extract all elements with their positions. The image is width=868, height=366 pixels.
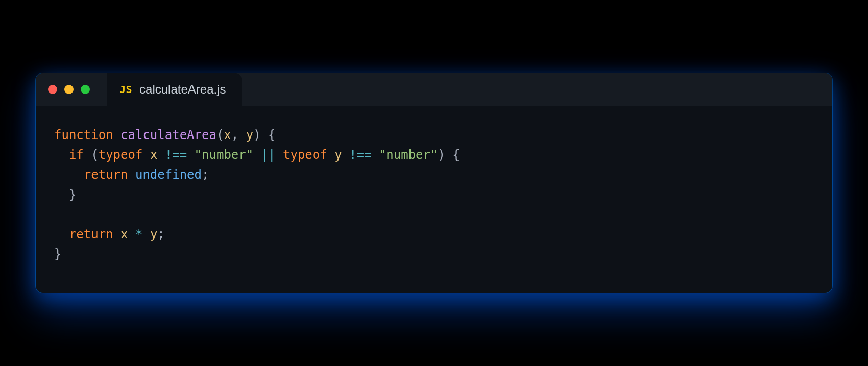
code-token: y — [246, 128, 253, 142]
code-token: function — [54, 128, 113, 142]
code-token: return — [69, 227, 113, 241]
code-token: * — [135, 227, 142, 241]
code-token: y — [150, 227, 157, 241]
code-token — [128, 168, 135, 182]
close-icon[interactable] — [48, 85, 57, 94]
code-token: if — [69, 148, 84, 162]
code-token — [128, 227, 135, 241]
code-token: } — [54, 247, 61, 261]
code-token — [54, 168, 84, 182]
code-token — [54, 148, 69, 162]
code-token: , — [231, 128, 246, 142]
tab-filename: calculateArea.js — [139, 82, 226, 97]
code-token: ; — [202, 168, 209, 182]
code-token: ( — [84, 148, 99, 162]
code-token: return — [84, 168, 128, 182]
code-token — [54, 188, 69, 202]
code-token — [327, 148, 334, 162]
code-token: ; — [157, 227, 164, 241]
code-token — [54, 227, 69, 241]
code-token: ) { — [253, 128, 275, 142]
code-token: !== — [165, 148, 187, 162]
titlebar: JS calculateArea.js — [36, 73, 832, 106]
code-token: || — [261, 148, 276, 162]
code-token: !== — [349, 148, 371, 162]
code-token: calculateArea — [120, 128, 216, 142]
code-token — [187, 148, 194, 162]
code-token — [342, 148, 349, 162]
code-token: ) { — [438, 148, 460, 162]
code-token: x — [120, 227, 128, 241]
code-token: typeof — [99, 148, 143, 162]
editor-window: JS calculateArea.js function calculateAr… — [36, 73, 832, 293]
code-token: x — [224, 128, 231, 142]
code-token — [276, 148, 283, 162]
code-token — [253, 148, 260, 162]
code-area[interactable]: function calculateArea(x, y) { if (typeo… — [36, 106, 832, 293]
file-tab[interactable]: JS calculateArea.js — [107, 73, 242, 106]
code-token — [371, 148, 378, 162]
minimize-icon[interactable] — [64, 85, 74, 94]
code-token — [113, 128, 120, 142]
code-token — [157, 148, 164, 162]
code-token: typeof — [283, 148, 327, 162]
zoom-icon[interactable] — [81, 85, 90, 94]
code-token: x — [150, 148, 157, 162]
code-token: } — [69, 188, 76, 202]
code-token: "number" — [379, 148, 438, 162]
window-controls — [36, 73, 102, 106]
code-token — [113, 227, 120, 241]
code-token: y — [334, 148, 342, 162]
code-token: "number" — [195, 148, 254, 162]
js-file-icon: JS — [119, 83, 132, 96]
code-content: function calculateArea(x, y) { if (typeo… — [54, 125, 814, 264]
code-token — [142, 148, 150, 162]
code-token: undefined — [135, 168, 202, 182]
code-token: ( — [216, 128, 224, 142]
code-token — [142, 227, 150, 241]
